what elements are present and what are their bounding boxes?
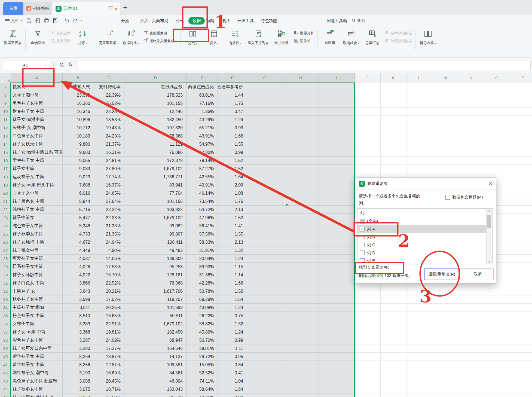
share-screen-icon[interactable] — [108, 6, 113, 11]
cell-M8[interactable] — [432, 91, 458, 99]
cell-M17[interactable] — [432, 165, 458, 173]
cell-D14[interactable]: 11,121 — [124, 140, 186, 148]
cell-C43[interactable]: 20.45% — [94, 377, 124, 385]
cell-F43[interactable]: 1.04 — [218, 377, 247, 385]
cell-O40[interactable] — [484, 353, 510, 361]
cell-D32[interactable]: 1,617,706 — [124, 287, 186, 295]
cell-J37[interactable] — [355, 328, 381, 336]
cell-A13[interactable]: 白色袜子女中筒 — [11, 132, 63, 140]
cell-B12[interactable]: 10,712 — [63, 124, 94, 132]
cell-A40[interactable]: 紫色袜子女 中筒 — [11, 353, 63, 361]
cell-K33[interactable] — [381, 295, 406, 304]
cell-D13[interactable]: 76,368 — [124, 132, 186, 140]
cell-H18[interactable] — [283, 173, 319, 181]
cell-P20[interactable] — [510, 189, 532, 197]
cell-C41[interactable]: 12.87% — [94, 361, 124, 369]
cell-E25[interactable]: 57.56% — [186, 230, 218, 238]
cell-J39[interactable] — [355, 344, 381, 353]
toolbar-split-table[interactable]: 拆分表格 ▾ — [417, 29, 439, 46]
cell-G15[interactable] — [247, 148, 283, 157]
cell-B14[interactable]: 9,800 — [63, 140, 94, 148]
cell-H23[interactable] — [283, 214, 319, 222]
cell-A25[interactable]: 袜子秋季女中筒 — [11, 230, 63, 238]
cell-H36[interactable] — [283, 320, 319, 328]
cell-N14[interactable] — [458, 140, 484, 148]
cell-M35[interactable] — [432, 312, 458, 320]
cell-P11[interactable] — [510, 116, 532, 124]
cell-L44[interactable] — [406, 385, 432, 393]
cell-E35[interactable]: 26.22% — [186, 312, 218, 320]
cell-M16[interactable] — [432, 157, 458, 165]
remove-duplicates-confirm-button[interactable]: 删除重复项(R) — [424, 268, 460, 280]
menu-item-插入[interactable]: 插入 — [140, 15, 148, 26]
cell-C26[interactable]: 24.04% — [94, 238, 124, 246]
row-header-17[interactable]: 17 — [0, 165, 11, 173]
cell-I15[interactable] — [319, 148, 355, 157]
row-header-11[interactable]: 11 — [0, 116, 11, 124]
cell-J9[interactable] — [355, 99, 381, 108]
cell-H28[interactable] — [283, 255, 319, 263]
row-header-14[interactable]: 14 — [0, 140, 11, 148]
cell-E40[interactable]: 29.72% — [186, 353, 218, 361]
cell-N38[interactable] — [458, 336, 484, 344]
toolbar-create-group[interactable]: 创建组 — [319, 29, 341, 46]
cell-E31[interactable]: 42.28% — [186, 279, 218, 287]
cell-O32[interactable] — [484, 287, 510, 295]
row-header-8[interactable]: 8 — [0, 91, 11, 99]
cell-I34[interactable] — [319, 304, 355, 312]
cell-N16[interactable] — [458, 157, 484, 165]
cell-I16[interactable] — [319, 157, 355, 165]
cell-M41[interactable] — [432, 361, 458, 369]
cell-B40[interactable]: 3,269 — [63, 353, 94, 361]
cell-I35[interactable] — [319, 312, 355, 320]
cell-K34[interactable] — [381, 304, 406, 312]
cell-G34[interactable] — [247, 304, 283, 312]
cell-O44[interactable] — [484, 385, 510, 393]
cell-K14[interactable] — [381, 140, 406, 148]
cell-G28[interactable] — [247, 255, 283, 263]
cell-M14[interactable] — [432, 140, 458, 148]
row-header-29[interactable]: 29 — [0, 263, 11, 271]
cell-A19[interactable]: 袜子女ins潮 街头中筒 — [11, 181, 63, 189]
cell-E20[interactable]: 46.14% — [186, 189, 218, 197]
cell-D9[interactable]: 101,155 — [124, 99, 186, 108]
column-header-N[interactable]: N — [458, 73, 484, 83]
cell-G41[interactable] — [247, 361, 283, 369]
row-header-40[interactable]: 40 — [0, 353, 11, 361]
cell-H42[interactable] — [283, 369, 319, 377]
cell-D43[interactable]: 46,894 — [124, 377, 186, 385]
cell-C20[interactable]: 24.65% — [94, 189, 124, 197]
cell-P23[interactable] — [510, 214, 532, 222]
cell-G16[interactable] — [247, 157, 283, 165]
cell-G27[interactable] — [247, 246, 283, 255]
cell-B44[interactable]: 3,075 — [63, 385, 94, 393]
export-button[interactable] — [35, 18, 41, 24]
column-header-L[interactable]: L — [406, 73, 432, 83]
cell-E18[interactable]: 42.55% — [186, 173, 218, 181]
cell-P16[interactable] — [510, 157, 532, 165]
cell-M33[interactable] — [432, 295, 458, 304]
row-header-30[interactable]: 30 — [0, 271, 11, 279]
cell-G26[interactable] — [247, 238, 283, 246]
cell-K9[interactable] — [381, 99, 406, 108]
cell-P24[interactable] — [510, 222, 532, 230]
cell-B23[interactable]: 5,477 — [63, 214, 94, 222]
cell-E24[interactable]: 56.41% — [186, 222, 218, 230]
cell-F16[interactable]: 1.52 — [218, 157, 247, 165]
cell-A10[interactable]: 耐克袜子女 中筒 — [11, 108, 63, 116]
cell-N11[interactable] — [458, 116, 484, 124]
cell-E39[interactable]: 38.01% — [186, 344, 218, 353]
cell-D34[interactable]: 191,593 — [124, 304, 186, 312]
cell-P36[interactable] — [510, 320, 532, 328]
cell-C16[interactable]: 24.81% — [94, 157, 124, 165]
cell-N42[interactable] — [458, 369, 484, 377]
cell-P14[interactable] — [510, 140, 532, 148]
cell-I27[interactable] — [319, 246, 355, 255]
cell-I23[interactable] — [319, 214, 355, 222]
cell-F21[interactable]: 1.75 — [218, 197, 247, 206]
cell-P21[interactable] — [510, 197, 532, 206]
cell-C31[interactable]: 22.52% — [94, 279, 124, 287]
undo-button[interactable] — [64, 18, 70, 24]
cell-O38[interactable] — [484, 336, 510, 344]
cell-C17[interactable]: 27.80% — [94, 165, 124, 173]
